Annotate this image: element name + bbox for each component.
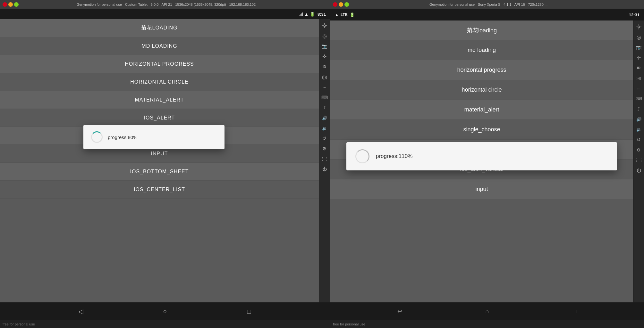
- right-sidebar-rotate-icon[interactable]: ↺: [634, 135, 643, 144]
- left-nav-bar: ◁ ○ □: [0, 302, 330, 320]
- left-sidebar-camera-icon[interactable]: 📷: [320, 42, 329, 51]
- left-sidebar-id-icon[interactable]: ID: [320, 62, 329, 71]
- right-status-right: 12:31: [629, 12, 640, 17]
- right-window-controls: [333, 2, 349, 7]
- left-menu-item-material-alert[interactable]: MATERIAL_ALERT: [0, 91, 319, 109]
- right-android-status-bar: ▲ LTE 🔋 12:31: [330, 9, 644, 20]
- left-sidebar-grid-icon[interactable]: ⋮⋮: [320, 154, 329, 163]
- right-sidebar-power-icon[interactable]: ⏻: [634, 166, 643, 175]
- left-status-icons: ▲ 🔋 8:31: [300, 12, 326, 17]
- left-progress-dialog: progress:80%: [83, 125, 225, 149]
- right-emulator: Genymotion for personal use - Sony Xperi…: [330, 0, 644, 328]
- left-menu-item-juhua-loading[interactable]: 菊花LOADING: [0, 19, 319, 37]
- right-sidebar-rss-icon[interactable]: )))): [634, 74, 643, 83]
- left-title-text: Genymotion for personal use - Custom Tab…: [19, 3, 314, 6]
- right-sidebar-dots-icon[interactable]: ···: [634, 84, 643, 93]
- right-battery-icon: 🔋: [350, 12, 355, 17]
- left-close-btn[interactable]: [3, 2, 7, 7]
- right-spinner-icon: [355, 149, 369, 163]
- right-sidebar-grid-icon[interactable]: ⋮⋮: [634, 156, 643, 165]
- right-time: 12:31: [629, 12, 640, 17]
- left-menu-list: 菊花LOADING MD LOADING HORIZONTAL PROGRESS…: [0, 19, 319, 302]
- right-device-screen: 菊花loading md loading horizontal progress…: [330, 20, 644, 302]
- left-sidebar-location-icon[interactable]: ◎: [320, 31, 329, 40]
- right-device-sidebar: ◎ 📷 ✛ ID )))) ··· ⌨ ⤴ 🔊 🔉 ↺ ⚙ ⋮⋮ ⏻: [633, 20, 644, 302]
- left-sidebar-vol-up-icon[interactable]: 🔊: [320, 113, 329, 122]
- right-sidebar-camera-icon[interactable]: 📷: [634, 43, 643, 52]
- left-title-bar: Genymotion for personal use - Custom Tab…: [0, 0, 330, 9]
- left-sidebar-settings-icon[interactable]: ⚙: [320, 144, 329, 153]
- left-sidebar-move-icon[interactable]: ✛: [320, 52, 329, 61]
- right-sidebar-settings-icon[interactable]: ⚙: [634, 145, 643, 154]
- left-menu-item-ios-alert[interactable]: IOS_ALERT: [0, 109, 319, 127]
- left-sidebar-vol-down-icon[interactable]: 🔉: [320, 124, 329, 133]
- right-sidebar-location-icon[interactable]: ◎: [634, 33, 643, 42]
- right-screen-content: 菊花loading md loading horizontal progress…: [330, 20, 633, 302]
- right-title-text: Genymotion for personal use - Sony Xperi…: [349, 3, 628, 6]
- left-menu-item-md-loading[interactable]: MD LOADING: [0, 37, 319, 55]
- left-wifi-icon: ▲: [304, 12, 309, 17]
- right-signal-icon: ▲: [335, 12, 339, 17]
- right-status-left: ▲ LTE 🔋: [335, 12, 355, 17]
- right-minimize-btn[interactable]: [339, 2, 343, 7]
- left-device-sidebar: ◎ 📷 ✛ ID )))) ··· ⌨ ⤴ 🔊 🔉 ↺ ⚙ ⋮⋮ ⏻: [319, 19, 330, 302]
- left-device-content: 菊花LOADING MD LOADING HORIZONTAL PROGRESS…: [0, 19, 330, 302]
- left-home-btn[interactable]: ○: [158, 304, 172, 318]
- left-menu-item-ios-center-list[interactable]: IOS_CENTER_LIST: [0, 181, 319, 199]
- left-back-btn[interactable]: ◁: [73, 304, 88, 318]
- left-signal-icon: [300, 12, 303, 16]
- right-title-bar: Genymotion for personal use - Sony Xperi…: [330, 0, 644, 9]
- right-menu-item-juhua-loading[interactable]: 菊花loading: [330, 20, 633, 40]
- right-menu-item-material-alert[interactable]: material_alert: [330, 100, 633, 120]
- right-sidebar-gps-icon[interactable]: [634, 22, 643, 31]
- right-menu-item-horizontal-circle[interactable]: horizontal circle: [330, 80, 633, 100]
- right-sidebar-share-icon[interactable]: ⤴: [634, 104, 643, 113]
- left-android-status-bar: ▲ 🔋 8:31: [0, 9, 330, 19]
- left-sidebar-share-icon[interactable]: ⤴: [320, 103, 329, 112]
- right-menu-item-md-loading[interactable]: md loading: [330, 40, 633, 60]
- svg-point-0: [324, 25, 326, 27]
- svg-point-5: [638, 26, 640, 28]
- right-menu-item-single-choose[interactable]: single_choose: [330, 120, 633, 140]
- left-menu-item-ios-bottom-sheet[interactable]: IOS_BOTTOM_SHEET: [0, 163, 319, 181]
- right-menu-item-input[interactable]: input: [330, 179, 633, 199]
- right-back-btn[interactable]: ↩: [393, 304, 407, 318]
- right-sidebar-vol-up-icon[interactable]: 🔊: [634, 115, 643, 124]
- right-sidebar-move-icon[interactable]: ✛: [634, 53, 643, 62]
- right-home-btn[interactable]: ⌂: [480, 304, 494, 318]
- right-sidebar-id-icon[interactable]: ID: [634, 63, 643, 72]
- left-sidebar-rss-icon[interactable]: )))): [320, 72, 329, 81]
- right-menu-item-horizontal-progress[interactable]: horizontal progress: [330, 60, 633, 80]
- right-progress-dialog: progress:110%: [346, 142, 617, 170]
- left-window-controls: [3, 2, 19, 7]
- left-recents-btn[interactable]: □: [242, 304, 256, 318]
- left-spinner-icon: [91, 131, 103, 143]
- left-menu-item-horizontal-progress[interactable]: HORIZONTAL PROGRESS: [0, 55, 319, 73]
- left-dialog-progress-text: progress:80%: [108, 135, 138, 140]
- right-dialog-progress-text: progress:110%: [376, 153, 412, 160]
- left-sidebar-power-icon[interactable]: ⏻: [320, 165, 329, 174]
- right-recents-btn[interactable]: □: [568, 304, 582, 318]
- left-device-screen: 菊花LOADING MD LOADING HORIZONTAL PROGRESS…: [0, 19, 319, 302]
- left-personal-use-bar: free for personal use: [0, 320, 330, 328]
- left-personal-use-text: free for personal use: [3, 322, 35, 326]
- right-close-btn[interactable]: [333, 2, 337, 7]
- right-maximize-btn[interactable]: [344, 2, 349, 7]
- left-sidebar-rotate-icon[interactable]: ↺: [320, 134, 329, 143]
- right-personal-use-text: free for personal use: [333, 322, 365, 326]
- left-battery-icon: 🔋: [310, 12, 315, 17]
- left-time: 8:31: [318, 12, 326, 17]
- right-nav-bar: ↩ ⌂ □: [330, 302, 644, 320]
- left-sidebar-keyboard-icon[interactable]: ⌨: [320, 93, 329, 102]
- left-sidebar-gps-icon[interactable]: [320, 21, 329, 30]
- left-maximize-btn[interactable]: [14, 2, 19, 7]
- left-menu-item-horizontal-circle[interactable]: HORIZONTAL CIRCLE: [0, 73, 319, 91]
- left-sidebar-dots-icon[interactable]: ···: [320, 83, 329, 92]
- right-sidebar-keyboard-icon[interactable]: ⌨: [634, 94, 643, 103]
- left-emulator: Genymotion for personal use - Custom Tab…: [0, 0, 330, 328]
- right-personal-use-bar: free for personal use: [330, 320, 644, 328]
- right-sidebar-vol-down-icon[interactable]: 🔉: [634, 125, 643, 134]
- left-minimize-btn[interactable]: [8, 2, 13, 7]
- right-lte-icon: LTE: [341, 12, 348, 17]
